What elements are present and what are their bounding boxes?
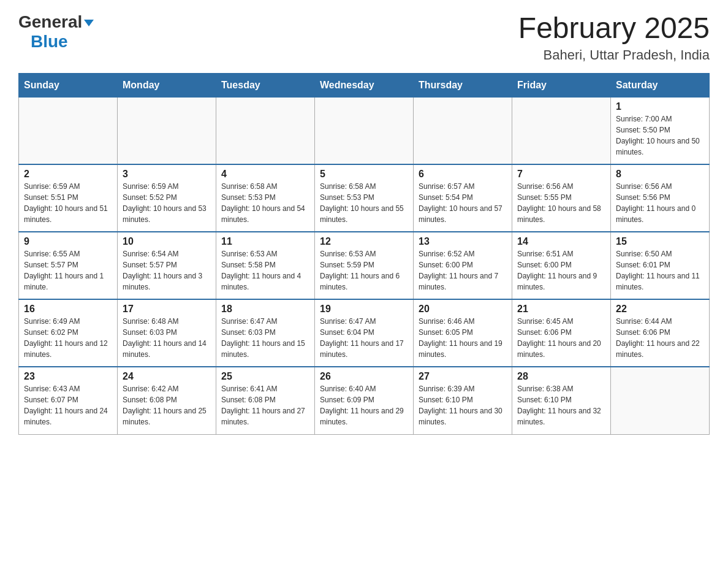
day-number: 6 [419, 169, 507, 180]
table-row: 26Sunrise: 6:40 AM Sunset: 6:09 PM Dayli… [315, 367, 414, 434]
day-number: 28 [517, 371, 605, 382]
day-number: 4 [221, 169, 309, 180]
day-info: Sunrise: 6:38 AM Sunset: 6:10 PM Dayligh… [517, 383, 605, 427]
day-number: 5 [320, 169, 408, 180]
table-row [216, 97, 315, 164]
table-row: 28Sunrise: 6:38 AM Sunset: 6:10 PM Dayli… [512, 367, 611, 434]
calendar-table: Sunday Monday Tuesday Wednesday Thursday… [18, 73, 710, 435]
col-friday: Friday [512, 73, 611, 97]
day-info: Sunrise: 6:59 AM Sunset: 5:52 PM Dayligh… [123, 181, 211, 225]
col-thursday: Thursday [414, 73, 512, 97]
col-sunday: Sunday [19, 73, 118, 97]
table-row: 23Sunrise: 6:43 AM Sunset: 6:07 PM Dayli… [19, 367, 118, 434]
calendar-header-row: Sunday Monday Tuesday Wednesday Thursday… [19, 73, 710, 97]
title-section: February 2025 Baheri, Uttar Pradesh, Ind… [518, 12, 710, 63]
calendar-title: February 2025 [518, 12, 710, 45]
table-row [414, 97, 512, 164]
page-header: General Blue February 2025 Baheri, Uttar… [18, 12, 710, 63]
day-info: Sunrise: 6:48 AM Sunset: 6:03 PM Dayligh… [123, 316, 211, 360]
table-row [512, 97, 611, 164]
day-number: 18 [221, 304, 309, 315]
day-info: Sunrise: 6:47 AM Sunset: 6:03 PM Dayligh… [221, 316, 309, 360]
day-info: Sunrise: 6:49 AM Sunset: 6:02 PM Dayligh… [24, 316, 112, 360]
table-row [19, 97, 118, 164]
table-row: 16Sunrise: 6:49 AM Sunset: 6:02 PM Dayli… [19, 299, 118, 367]
table-row: 22Sunrise: 6:44 AM Sunset: 6:06 PM Dayli… [611, 299, 710, 367]
day-number: 16 [24, 304, 112, 315]
day-info: Sunrise: 6:53 AM Sunset: 5:58 PM Dayligh… [221, 248, 309, 293]
calendar-week-row: 9Sunrise: 6:55 AM Sunset: 5:57 PM Daylig… [19, 232, 710, 299]
day-info: Sunrise: 6:50 AM Sunset: 6:01 PM Dayligh… [616, 248, 704, 293]
table-row: 4Sunrise: 6:58 AM Sunset: 5:53 PM Daylig… [216, 164, 315, 232]
logo-general-text: General [18, 12, 82, 32]
day-info: Sunrise: 6:44 AM Sunset: 6:06 PM Dayligh… [616, 316, 704, 360]
table-row: 15Sunrise: 6:50 AM Sunset: 6:01 PM Dayli… [611, 232, 710, 299]
table-row: 7Sunrise: 6:56 AM Sunset: 5:55 PM Daylig… [512, 164, 611, 232]
day-number: 14 [517, 236, 605, 247]
day-number: 11 [221, 236, 309, 247]
day-number: 17 [123, 304, 211, 315]
col-monday: Monday [118, 73, 216, 97]
table-row: 10Sunrise: 6:54 AM Sunset: 5:57 PM Dayli… [118, 232, 216, 299]
calendar-week-row: 23Sunrise: 6:43 AM Sunset: 6:07 PM Dayli… [19, 367, 710, 434]
day-number: 22 [616, 304, 704, 315]
day-number: 13 [419, 236, 507, 247]
table-row: 17Sunrise: 6:48 AM Sunset: 6:03 PM Dayli… [118, 299, 216, 367]
table-row: 24Sunrise: 6:42 AM Sunset: 6:08 PM Dayli… [118, 367, 216, 434]
day-info: Sunrise: 6:53 AM Sunset: 5:59 PM Dayligh… [320, 248, 408, 293]
day-number: 10 [123, 236, 211, 247]
day-info: Sunrise: 6:58 AM Sunset: 5:53 PM Dayligh… [320, 181, 408, 225]
logo-arrow-icon [84, 20, 94, 26]
day-number: 20 [419, 304, 507, 315]
day-number: 21 [517, 304, 605, 315]
table-row: 9Sunrise: 6:55 AM Sunset: 5:57 PM Daylig… [19, 232, 118, 299]
day-number: 1 [616, 101, 704, 112]
day-info: Sunrise: 6:51 AM Sunset: 6:00 PM Dayligh… [517, 248, 605, 293]
col-tuesday: Tuesday [216, 73, 315, 97]
day-info: Sunrise: 6:43 AM Sunset: 6:07 PM Dayligh… [24, 383, 112, 427]
day-info: Sunrise: 6:52 AM Sunset: 6:00 PM Dayligh… [419, 248, 507, 293]
table-row: 13Sunrise: 6:52 AM Sunset: 6:00 PM Dayli… [414, 232, 512, 299]
day-info: Sunrise: 6:46 AM Sunset: 6:05 PM Dayligh… [419, 316, 507, 360]
day-number: 15 [616, 236, 704, 247]
calendar-week-row: 2Sunrise: 6:59 AM Sunset: 5:51 PM Daylig… [19, 164, 710, 232]
day-info: Sunrise: 6:59 AM Sunset: 5:51 PM Dayligh… [24, 181, 112, 225]
day-number: 2 [24, 169, 112, 180]
col-saturday: Saturday [611, 73, 710, 97]
day-number: 25 [221, 371, 309, 382]
table-row: 3Sunrise: 6:59 AM Sunset: 5:52 PM Daylig… [118, 164, 216, 232]
day-number: 3 [123, 169, 211, 180]
day-info: Sunrise: 6:54 AM Sunset: 5:57 PM Dayligh… [123, 248, 211, 293]
table-row [611, 367, 710, 434]
col-wednesday: Wednesday [315, 73, 414, 97]
day-info: Sunrise: 6:39 AM Sunset: 6:10 PM Dayligh… [419, 383, 507, 427]
table-row: 27Sunrise: 6:39 AM Sunset: 6:10 PM Dayli… [414, 367, 512, 434]
day-number: 26 [320, 371, 408, 382]
table-row: 20Sunrise: 6:46 AM Sunset: 6:05 PM Dayli… [414, 299, 512, 367]
table-row: 21Sunrise: 6:45 AM Sunset: 6:06 PM Dayli… [512, 299, 611, 367]
table-row: 8Sunrise: 6:56 AM Sunset: 5:56 PM Daylig… [611, 164, 710, 232]
table-row: 11Sunrise: 6:53 AM Sunset: 5:58 PM Dayli… [216, 232, 315, 299]
table-row: 2Sunrise: 6:59 AM Sunset: 5:51 PM Daylig… [19, 164, 118, 232]
table-row: 25Sunrise: 6:41 AM Sunset: 6:08 PM Dayli… [216, 367, 315, 434]
day-info: Sunrise: 6:41 AM Sunset: 6:08 PM Dayligh… [221, 383, 309, 427]
calendar-week-row: 16Sunrise: 6:49 AM Sunset: 6:02 PM Dayli… [19, 299, 710, 367]
day-number: 19 [320, 304, 408, 315]
calendar-week-row: 1Sunrise: 7:00 AM Sunset: 5:50 PM Daylig… [19, 97, 710, 164]
logo: General Blue [18, 12, 94, 52]
day-info: Sunrise: 6:40 AM Sunset: 6:09 PM Dayligh… [320, 383, 408, 427]
table-row: 5Sunrise: 6:58 AM Sunset: 5:53 PM Daylig… [315, 164, 414, 232]
day-info: Sunrise: 6:47 AM Sunset: 6:04 PM Dayligh… [320, 316, 408, 360]
day-info: Sunrise: 6:45 AM Sunset: 6:06 PM Dayligh… [517, 316, 605, 360]
table-row: 12Sunrise: 6:53 AM Sunset: 5:59 PM Dayli… [315, 232, 414, 299]
day-number: 7 [517, 169, 605, 180]
day-info: Sunrise: 6:42 AM Sunset: 6:08 PM Dayligh… [123, 383, 211, 427]
day-info: Sunrise: 7:00 AM Sunset: 5:50 PM Dayligh… [616, 113, 704, 158]
table-row [118, 97, 216, 164]
table-row: 6Sunrise: 6:57 AM Sunset: 5:54 PM Daylig… [414, 164, 512, 232]
day-info: Sunrise: 6:56 AM Sunset: 5:56 PM Dayligh… [616, 181, 704, 225]
day-number: 23 [24, 371, 112, 382]
day-info: Sunrise: 6:58 AM Sunset: 5:53 PM Dayligh… [221, 181, 309, 225]
table-row: 18Sunrise: 6:47 AM Sunset: 6:03 PM Dayli… [216, 299, 315, 367]
table-row [315, 97, 414, 164]
